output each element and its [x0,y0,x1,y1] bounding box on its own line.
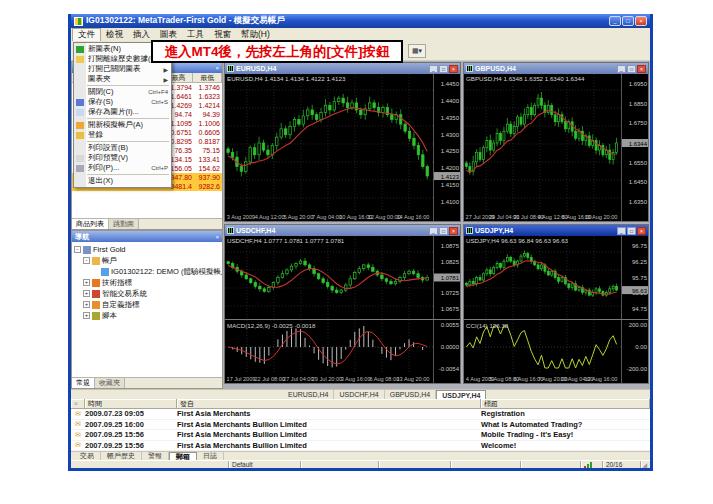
title-bar[interactable]: IG01302122: MetaTrader-First Gold - 模擬交易… [71,14,650,28]
mail-row-1[interactable]: ✉2007.09.25 16:00First Asia Merchants Bu… [71,420,650,431]
mail-row-0[interactable]: ✉2009.07.23 09:05First Asia MerchantsReg… [71,409,650,420]
mail-icon: ✉ [71,420,85,428]
navigator-item-[interactable]: +智能交易系統 [72,288,222,299]
close-icon[interactable]: × [215,65,219,71]
expand-icon[interactable]: + [83,312,90,319]
chart-restore-button[interactable]: □ [439,227,448,235]
file-menu-item-[interactable]: 圖表夾▶ [74,74,171,84]
chart-minimize-button[interactable]: _ [617,227,626,235]
close-button[interactable]: × [635,16,647,26]
terminal-column-header-[interactable]: 時間 [85,399,177,409]
chart-window-titlebar[interactable]: USDJPY,H4_□× [464,225,648,236]
terminal-column-header-[interactable]: 發自 [177,399,481,409]
navigator-tab-[interactable]: 常規 [72,378,95,388]
menubar-item-1[interactable]: 檢視 [101,28,128,41]
mail-row-3[interactable]: ✉2007.09.25 15:56First Asia Merchants Bu… [71,441,650,452]
file-menu-item-s[interactable]: 保存(S)Ctrl+S [74,97,171,107]
market-watch-column-header-[interactable]: 最低 [193,73,222,83]
chart-window-titlebar[interactable]: GBPUSD,H4_□× [464,63,648,74]
chart-canvas-gbpusd-h4[interactable]: 1.69501.68501.67501.66501.65501.64501.63… [464,74,648,221]
chart-window-titlebar[interactable]: EURUSD,H4_□× [225,63,460,74]
terminal-header-icon-cell[interactable]: × [71,399,85,409]
navigator-tab-[interactable]: 收藏夾 [95,378,125,388]
chart-window-gbpusd-h4[interactable]: GBPUSD,H4_□×1.69501.68501.67501.66501.65… [463,62,649,222]
chart-close-button[interactable]: × [637,227,646,235]
file-menu-item-i[interactable]: 保存為圖片(I)... [74,107,171,117]
menubar-item-0[interactable]: 文件 [72,28,101,41]
chart-close-button[interactable]: × [637,65,646,73]
market-watch-tab-[interactable]: 跳動圖 [109,219,139,229]
chart-icon [466,65,473,72]
navigator-item-[interactable]: +腳本 [72,310,222,321]
file-menu-item-b[interactable]: 列印設置(B) [74,143,171,153]
file-menu-item-x[interactable]: 退出(X) [74,176,171,186]
accounts-icon [92,257,100,265]
status-cell-1 [300,461,378,468]
chart-icon [227,227,234,234]
chart-window-usdchf-h4[interactable]: USDCHF,H4_□×1.08751.08251.07751.07251.06… [224,224,461,384]
chart-canvas-usdjpy-h4[interactable]: 96.7596.2595.7595.2594.7596.63USDJPY,H4 … [464,236,648,383]
file-menu-item-[interactable]: 打開已關閉圖表▶ [74,64,171,74]
maximize-button[interactable]: □ [622,16,634,26]
chart-window-titlebar[interactable]: USDCHF,H4_□× [225,225,460,236]
navigator-header[interactable]: 導航 × [72,231,222,242]
chart-window-usdjpy-h4[interactable]: USDJPY,H4_□×96.7596.2595.7595.2594.7596.… [463,224,649,384]
expand-icon[interactable]: + [83,279,90,286]
terminal-rows: ✉2009.07.23 09:05First Asia MerchantsReg… [71,409,650,451]
svg-text:USDCHF,H4 1.0777 1.0781 1.0777: USDCHF,H4 1.0777 1.0781 1.0777 1.0781 [227,237,345,244]
window-title: IG01302122: MetaTrader-First Gold - 模擬交易… [86,15,285,27]
collapse-icon[interactable]: - [83,257,90,264]
mail-row-2[interactable]: ✉2007.09.25 15:56First Asia Merchants Bu… [71,430,650,441]
market-watch-tab-[interactable]: 商品列表 [72,219,109,229]
chart-tab-usdchf-h4[interactable]: USDCHF,H4 [334,390,384,399]
chart-restore-button[interactable]: □ [439,65,448,73]
svg-text:1.4300: 1.4300 [441,132,460,138]
navigator-item-first-gold[interactable]: -First Gold [72,244,222,255]
terminal-tab-[interactable]: 交易 [74,452,101,460]
chart-canvas-usdchf-h4[interactable]: 1.08751.08251.07751.07251.06751.0781USDC… [225,236,460,383]
chart-minimize-button[interactable]: _ [429,227,438,235]
chart-canvas-eurusd-h4[interactable]: 1.44501.44001.43501.43001.42501.42001.41… [225,74,460,221]
terminal-tab-[interactable]: 郵箱 [169,452,197,460]
terminal-tab-[interactable]: 警報 [142,452,169,460]
terminal-tab-[interactable]: 日誌 [197,452,224,460]
chart-close-button[interactable]: × [449,227,458,235]
file-menu-item-[interactable]: 登錄 [74,130,171,140]
chart-window-eurusd-h4[interactable]: EURUSD,H4_□×1.44501.44001.43501.43001.42… [224,62,461,222]
chart-restore-button[interactable]: □ [627,65,636,73]
navigator-item-[interactable]: +自定義指標 [72,299,222,310]
status-profile[interactable]: Default [228,461,300,468]
chart-close-button[interactable]: × [449,65,458,73]
minimize-button[interactable]: _ [609,16,621,26]
expand-icon[interactable]: + [83,301,90,308]
file-menu-item-label: 開新模擬帳戶(A) [86,120,168,130]
file-menu-item-label: 保存為圖片(I)... [86,107,168,117]
chart-tab-gbpusd-h4[interactable]: GBPUSD,H4 [385,390,436,399]
collapse-icon[interactable]: - [74,246,81,253]
file-menu-item-p[interactable]: 列印(P)...Ctrl+P [74,163,171,173]
navigator-item-[interactable]: +技術指標 [72,277,222,288]
file-menu-item-v[interactable]: 列印預覽(V) [74,153,171,163]
navigator-item-[interactable]: -帳戶 [72,255,222,266]
chart-minimize-button[interactable]: _ [429,65,438,73]
chart-minimize-button[interactable]: _ [617,65,626,73]
resize-grip-icon[interactable]: ◢ [640,461,650,468]
quote-low-value: 1.3746 [194,84,222,91]
file-menu-item-label: 登錄 [86,130,168,140]
chart-tab-usdjpy-h4[interactable]: USDJPY,H4 [436,390,486,399]
chart-layout-button[interactable]: ▦▾ [408,44,426,58]
navigator-item-label: 智能交易系統 [102,289,147,299]
expand-icon[interactable]: + [83,290,90,297]
file-menu-item-c[interactable]: 關閉(C)Ctrl+F4 [74,87,171,97]
terminal-column-header-[interactable]: 標題 [481,399,650,409]
close-icon[interactable]: × [215,234,219,240]
chart-tab-eurusd-h4[interactable]: EURUSD,H4 [283,390,334,399]
svg-text:96.75: 96.75 [632,243,648,249]
svg-text:13 Aug 20:00: 13 Aug 20:00 [397,376,430,382]
file-menu-item-a[interactable]: 開新模擬帳戶(A) [74,120,171,130]
navigator-item-ig01302122-demo[interactable]: IG01302122: DEMO (體驗模擬帳戶) [72,266,222,277]
new-chart-icon [74,44,86,54]
chart-restore-button[interactable]: □ [627,227,636,235]
terminal-tab-[interactable]: 帳戶歷史 [101,452,142,460]
svg-text:22 Jul 08:00: 22 Jul 08:00 [254,376,284,382]
